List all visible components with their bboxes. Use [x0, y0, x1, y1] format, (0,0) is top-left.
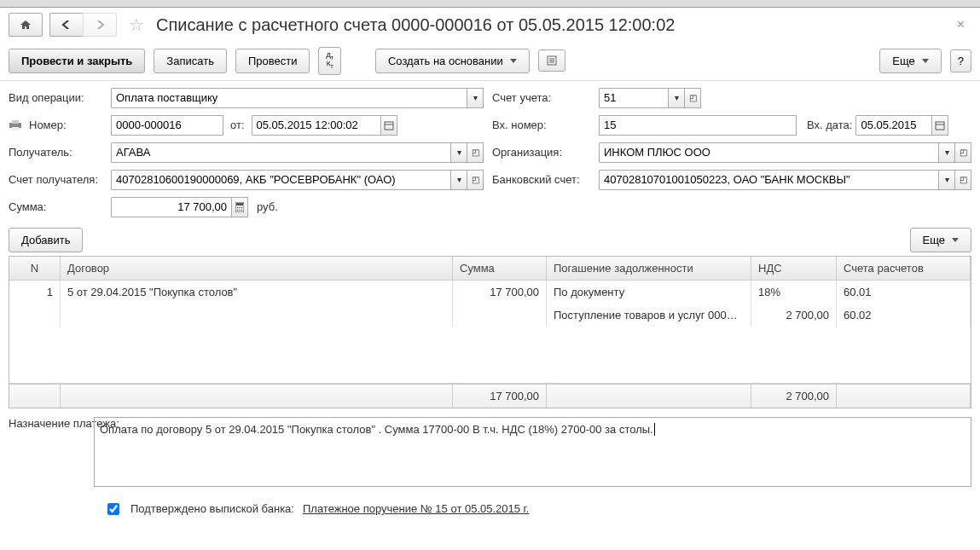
svg-point-13 — [237, 206, 239, 208]
svg-rect-12 — [236, 203, 243, 206]
bank-acct-open[interactable]: ◰ — [954, 170, 971, 190]
label-purpose: Назначение платежа: — [9, 417, 85, 431]
bank-acct-input[interactable] — [599, 170, 938, 190]
svg-point-16 — [237, 209, 239, 211]
svg-rect-9 — [936, 122, 944, 130]
svg-point-14 — [239, 206, 241, 208]
sum-calc-button[interactable] — [231, 197, 248, 217]
org-input[interactable] — [599, 142, 938, 163]
label-number: Номер: — [29, 119, 67, 131]
label-account: Счет учета: — [492, 91, 590, 104]
th-n[interactable]: N — [9, 257, 61, 280]
recipient-open[interactable]: ◰ — [467, 142, 484, 163]
close-button[interactable]: × — [950, 17, 971, 32]
favorite-star-icon[interactable]: ☆ — [129, 14, 144, 35]
th-contract[interactable]: Договор — [61, 257, 453, 280]
recip-acct-dropdown[interactable]: ▾ — [450, 170, 467, 190]
recip-acct-input[interactable] — [111, 170, 450, 190]
toolbar: Провести и закрыть Записать Провести ДтК… — [0, 42, 980, 81]
account-open[interactable]: ◰ — [684, 88, 701, 108]
svg-rect-5 — [12, 120, 19, 124]
header: ☆ Списание с расчетного счета 0000-00001… — [0, 8, 980, 42]
th-accounts[interactable]: Счета расчетов — [837, 257, 971, 280]
date-input[interactable] — [252, 115, 380, 136]
op-type-dropdown[interactable]: ▾ — [467, 88, 484, 108]
svg-rect-7 — [385, 122, 393, 130]
org-dropdown[interactable]: ▾ — [938, 142, 954, 163]
in-date-input[interactable] — [855, 115, 931, 136]
account-input[interactable] — [599, 88, 668, 108]
details-table: N Договор Сумма Погашение задолженности … — [9, 256, 971, 408]
more-button[interactable]: Еще — [879, 49, 941, 73]
purpose-textarea[interactable]: Оплата по договору 5 от 29.04.2015 "Поку… — [94, 417, 971, 487]
label-recip-acct: Счет получателя: — [9, 173, 102, 186]
bank-acct-dropdown[interactable]: ▾ — [938, 170, 954, 190]
org-open[interactable]: ◰ — [954, 142, 971, 163]
footer-vat: 2 700,00 — [751, 385, 837, 408]
label-sum: Сумма: — [9, 200, 102, 213]
number-input[interactable] — [111, 115, 223, 136]
forward-button — [83, 13, 117, 37]
svg-point-17 — [239, 209, 241, 211]
svg-point-15 — [241, 206, 243, 208]
th-sum[interactable]: Сумма — [453, 257, 547, 280]
post-button[interactable]: Провести — [235, 49, 310, 73]
confirmed-checkbox[interactable] — [107, 503, 119, 515]
label-bank-acct: Банковский счет: — [492, 173, 590, 186]
page-title: Списание с расчетного счета 0000-000016 … — [156, 15, 675, 35]
table-row[interactable]: Поступление товаров и услуг 000… 2 700,0… — [9, 304, 971, 327]
label-op-type: Вид операции: — [9, 91, 102, 104]
post-and-close-button[interactable]: Провести и закрыть — [9, 49, 145, 73]
label-from: от: — [230, 119, 245, 131]
sum-input[interactable] — [111, 197, 231, 217]
save-button[interactable]: Записать — [154, 49, 227, 73]
attachment-button[interactable] — [538, 49, 565, 72]
recip-acct-open[interactable]: ◰ — [467, 170, 484, 190]
in-date-cal-button[interactable] — [931, 115, 948, 136]
svg-rect-6 — [12, 127, 19, 130]
payment-order-link[interactable]: Платежное поручение № 15 от 05.05.2015 г… — [303, 502, 529, 515]
table-row[interactable]: 1 5 от 29.04.2015 "Покупка столов" 17 70… — [9, 281, 971, 304]
print-icon[interactable] — [9, 119, 22, 131]
label-in-date: Вх. дата: — [807, 119, 852, 131]
th-debt[interactable]: Погашение задолженности — [547, 257, 751, 280]
add-row-button[interactable]: Добавить — [9, 228, 83, 252]
in-number-input[interactable] — [599, 115, 797, 136]
help-button[interactable]: ? — [950, 49, 971, 72]
recipient-input[interactable] — [111, 142, 450, 163]
op-type-input[interactable] — [111, 88, 467, 108]
account-dropdown[interactable]: ▾ — [668, 88, 684, 108]
label-confirmed: Подтверждено выпиской банка: — [130, 502, 294, 515]
date-cal-button[interactable] — [380, 115, 397, 136]
create-based-on-button[interactable]: Создать на основании — [375, 49, 530, 73]
th-vat[interactable]: НДС — [751, 257, 837, 280]
recipient-dropdown[interactable]: ▾ — [450, 142, 467, 163]
label-recipient: Получатель: — [9, 146, 102, 159]
label-rub: руб. — [257, 200, 278, 213]
dt-kt-button[interactable]: ДтКт — [318, 47, 340, 75]
label-in-number: Вх. номер: — [492, 119, 590, 131]
svg-point-18 — [241, 209, 243, 211]
label-org: Организация: — [492, 146, 590, 159]
back-button[interactable] — [49, 13, 83, 37]
footer-sum: 17 700,00 — [453, 385, 547, 408]
home-button[interactable] — [9, 13, 43, 37]
table-more-button[interactable]: Еще — [910, 228, 971, 252]
